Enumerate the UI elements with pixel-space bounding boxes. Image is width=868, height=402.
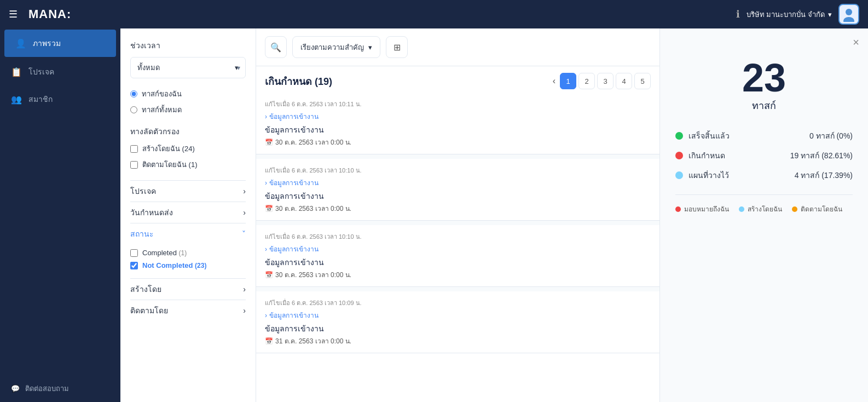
sort-button[interactable]: เรียงตามความสำคัญ ▾ (292, 36, 380, 58)
status-completed-checkbox[interactable] (130, 249, 138, 257)
sidebar-item-project[interactable]: 📋 โปรเจค (0, 58, 120, 85)
legend-assigned-to-me: มอบหมายถึงฉัน (675, 204, 729, 214)
chevron-sort-icon: ▾ (368, 43, 372, 51)
stats-planned-value: 4 ทาสก์ (17.39%) (795, 169, 853, 181)
task-parent: › ข้อมูลการเข้างาน (265, 244, 651, 254)
dot-assigned-icon (675, 206, 681, 212)
page-5-button[interactable]: 5 (634, 73, 651, 89)
sidebar-item-member[interactable]: 👥 สมาชิก (0, 85, 120, 113)
avatar[interactable] (838, 4, 859, 25)
task-due: 📅 30 ต.ค. 2563 เวลา 0:00 น. (265, 269, 651, 280)
deadline-filter-collapsible[interactable]: วันกำหนดส่ง › (130, 202, 246, 223)
chevron-deadline-icon: › (243, 208, 246, 217)
sidebar-label-overview: ภาพรวม (33, 37, 61, 49)
followed-by-filter-collapsible[interactable]: ติดตามโดย › (130, 300, 246, 321)
shortcut-followed-label: ติดตามโดยฉัน (1) (142, 159, 198, 170)
stats-planned-label: แผนที่วางไว้ (688, 169, 789, 181)
task-separator (256, 287, 659, 291)
task-due: 📅 31 ต.ค. 2563 เวลา 0:00 น. (265, 336, 651, 346)
task-name: ข้อมูลการเข้างาน (265, 124, 651, 136)
chevron-project-icon: › (243, 187, 246, 196)
sidebar-label-member: สมาชิก (28, 93, 53, 105)
calendar-icon: 📅 (265, 205, 273, 213)
stats-total-number: 23 (675, 58, 853, 97)
radio-my-task-input[interactable] (130, 90, 137, 97)
shortcut-created-label: สร้างโดยฉัน (24) (142, 143, 195, 154)
status-not-completed-checkbox[interactable] (130, 262, 138, 269)
task-item[interactable]: แก้ไขเมื่อ 6 ต.ค. 2563 เวลา 10:09 น. › ข… (256, 291, 659, 353)
task-item[interactable]: แก้ไขเมื่อ 6 ต.ค. 2563 เวลา 10:11 น. › ข… (256, 93, 659, 154)
view-button[interactable]: ⊞ (386, 36, 408, 58)
search-button[interactable]: 🔍 (265, 36, 287, 58)
radio-all-task-label: ทาสก์ทั้งหมด (142, 104, 182, 116)
sidebar-item-overview[interactable]: 👤 ภาพรวม (4, 30, 116, 57)
chevron-parent-icon: › (265, 113, 267, 120)
legend-assigned-label: มอบหมายถึงฉัน (684, 204, 729, 214)
task-name: ข้อมูลการเข้างาน (265, 323, 651, 335)
status-completed[interactable]: Completed (1) (130, 249, 246, 257)
main-layout: 👤 ภาพรวม 📋 โปรเจค 👥 สมาชิก 💬 ติดต่อสอบถา… (0, 28, 868, 402)
time-dropdown[interactable]: ทั้งหมด ▾ (130, 57, 246, 78)
radio-all-task[interactable]: ทาสก์ทั้งหมด (130, 104, 246, 116)
shortcut-followed-by-me[interactable]: ติดตามโดยฉัน (1) (130, 159, 246, 170)
shortcut-label: ทางลัดตัวกรอง (130, 125, 246, 137)
task-list-title: เกินกำหนด (19) (265, 73, 332, 89)
status-filter-collapsible[interactable]: สถานะ ˅ (130, 223, 246, 244)
page-3-button[interactable]: 3 (597, 73, 614, 89)
stats-rows: เสร็จสิ้นแล้ว 0 ทาสก์ (0%) เกินกำหนด 19 … (675, 130, 853, 181)
project-icon: 📋 (11, 67, 22, 77)
prev-page-button[interactable]: ‹ (551, 74, 558, 88)
filter-panel: ช่วงเวลา ทั้งหมด ▾ ทาสก์ของฉัน ทาสก์ทั้ง… (120, 28, 256, 402)
task-due: 📅 30 ต.ค. 2563 เวลา 0:00 น. (265, 203, 651, 214)
task-items: แก้ไขเมื่อ 6 ต.ค. 2563 เวลา 10:11 น. › ข… (256, 93, 659, 402)
deadline-filter-label: วันกำหนดส่ง (130, 206, 173, 219)
radio-my-task[interactable]: ทาสก์ของฉัน (130, 88, 246, 100)
legend-row: มอบหมายถึงฉัน สร้างโดยฉัน ติดตามโดยฉัน (675, 194, 853, 214)
shortcut-created-checkbox[interactable] (130, 145, 138, 153)
task-list-title-row: เกินกำหนด (19) ‹ 1 2 3 4 5 (256, 66, 659, 93)
calendar-icon: 📅 (265, 337, 273, 345)
legend-followed-label: ติดตามโดยฉัน (801, 204, 842, 214)
followed-by-filter-label: ติดตามโดย (130, 305, 168, 317)
calendar-icon: 📅 (265, 271, 273, 279)
radio-all-task-input[interactable] (130, 106, 137, 113)
dot-created-icon (739, 206, 744, 212)
task-separator (256, 154, 659, 159)
sidebar: 👤 ภาพรวม 📋 โปรเจค 👥 สมาชิก 💬 ติดต่อสอบถา… (0, 28, 120, 402)
svg-point-0 (846, 9, 852, 15)
chevron-time-icon: ▾ (235, 64, 239, 72)
top-nav-right: ℹ บริษัท มานะบากบั่น จำกัด ▾ (736, 4, 859, 25)
task-name: ข้อมูลการเข้างาน (265, 190, 651, 202)
created-by-filter-collapsible[interactable]: สร้างโดย › (130, 278, 246, 300)
chevron-createdby-icon: › (243, 285, 246, 294)
chevron-parent-icon: › (265, 245, 267, 253)
dot-overdue-icon (675, 152, 683, 159)
close-button[interactable]: × (853, 36, 859, 49)
shortcut-followed-checkbox[interactable] (130, 161, 138, 169)
task-radio-group: ทาสก์ของฉัน ทาสก์ทั้งหมด (130, 88, 246, 116)
task-item[interactable]: แก้ไขเมื่อ 6 ต.ค. 2563 เวลา 10:10 น. › ข… (256, 159, 659, 221)
status-completed-label: Completed (1) (142, 249, 187, 257)
member-icon: 👥 (11, 94, 22, 105)
svg-point-1 (843, 17, 854, 22)
sidebar-label-project: โปรเจค (28, 66, 54, 78)
stats-overdue-label: เกินกำหนด (688, 150, 785, 162)
status-not-completed[interactable]: Not Completed (23) (130, 261, 246, 269)
sidebar-item-contact[interactable]: 💬 ติดต่อสอบถาม (0, 375, 120, 402)
page-2-button[interactable]: 2 (578, 73, 595, 89)
project-filter-collapsible[interactable]: โปรเจค › (130, 180, 246, 202)
hamburger-menu[interactable]: ☰ (9, 8, 18, 20)
chevron-status-icon: ˅ (242, 229, 246, 238)
content-area: ช่วงเวลา ทั้งหมด ▾ ทาสก์ของฉัน ทาสก์ทั้ง… (120, 28, 868, 402)
stats-row-planned: แผนที่วางไว้ 4 ทาสก์ (17.39%) (675, 169, 853, 181)
page-4-button[interactable]: 4 (616, 73, 632, 89)
stats-completed-value: 0 ทาสก์ (0%) (809, 130, 853, 142)
info-icon[interactable]: ℹ (736, 8, 740, 20)
task-list-panel: 🔍 เรียงตามความสำคัญ ▾ ⊞ เกินกำหนด (19) ‹… (256, 28, 660, 402)
company-button[interactable]: บริษัท มานะบากบั่น จำกัด ▾ (747, 9, 832, 20)
page-1-button[interactable]: 1 (560, 73, 576, 89)
task-item[interactable]: แก้ไขเมื่อ 6 ต.ค. 2563 เวลา 10:10 น. › ข… (256, 225, 659, 287)
shortcut-created-by-me[interactable]: สร้างโดยฉัน (24) (130, 143, 246, 154)
sidebar-bottom: 💬 ติดต่อสอบถาม (0, 375, 120, 402)
overview-icon: 👤 (15, 38, 26, 49)
